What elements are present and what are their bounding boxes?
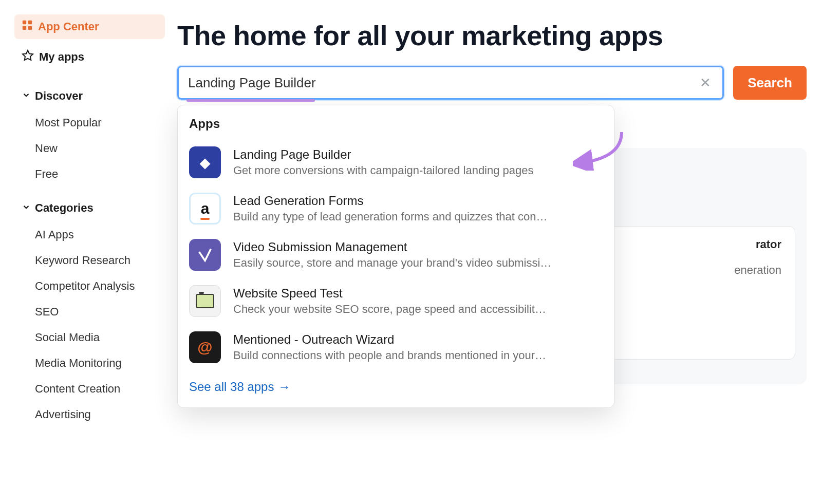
search-row: ✕ Apps Landing Page Builder Get more con… — [177, 66, 807, 100]
sidebar-item-most-popular[interactable]: Most Popular — [14, 110, 165, 136]
clear-icon[interactable]: ✕ — [698, 75, 713, 91]
sidebar-item-label: My apps — [39, 50, 84, 64]
sidebar-item-advertising[interactable]: Advertising — [14, 402, 165, 427]
search-button[interactable]: Search — [733, 66, 807, 100]
search-dropdown: Apps Landing Page Builder Get more conve… — [177, 105, 614, 408]
svg-rect-1 — [28, 21, 32, 24]
result-lead-generation-forms[interactable]: a Lead Generation Forms Build any type o… — [178, 185, 614, 232]
result-title: Landing Page Builder — [233, 147, 603, 162]
app-icon — [189, 146, 221, 178]
svg-rect-3 — [28, 26, 32, 30]
sidebar-item-seo[interactable]: SEO — [14, 299, 165, 325]
sidebar-item-competitor-analysis[interactable]: Competitor Analysis — [14, 273, 165, 299]
apps-grid-icon — [22, 20, 33, 34]
app-icon: @ — [189, 331, 221, 363]
result-mentioned-outreach-wizard[interactable]: @ Mentioned - Outreach Wizard Build conn… — [178, 324, 614, 370]
sidebar: App Center My apps Discover Most Popular… — [0, 0, 177, 504]
peek-app-card[interactable]: rator eneration — [610, 226, 795, 360]
sidebar-item-content-creation[interactable]: Content Creation — [14, 376, 165, 402]
app-icon: a — [189, 193, 221, 225]
result-website-speed-test[interactable]: Website Speed Test Check your website SE… — [178, 278, 614, 324]
sidebar-item-new[interactable]: New — [14, 136, 165, 161]
peek-title: rator — [624, 238, 781, 251]
result-title: Website Speed Test — [233, 286, 603, 301]
peek-sub: eneration — [624, 264, 781, 277]
main-content: The home for all your marketing apps rat… — [177, 0, 822, 504]
result-desc: Check your website SEO score, page speed… — [233, 303, 603, 316]
result-video-submission-management[interactable]: Video Submission Management Easily sourc… — [178, 232, 614, 278]
chevron-down-icon — [22, 201, 31, 215]
result-title: Video Submission Management — [233, 240, 603, 254]
svg-rect-2 — [23, 26, 26, 30]
sidebar-item-ai-apps[interactable]: AI Apps — [14, 222, 165, 248]
chevron-down-icon — [22, 89, 31, 103]
sidebar-item-my-apps[interactable]: My apps — [14, 44, 165, 70]
result-desc: Get more conversions with campaign-tailo… — [233, 164, 603, 177]
sidebar-item-media-monitoring[interactable]: Media Monitoring — [14, 350, 165, 376]
svg-marker-5 — [200, 159, 211, 170]
result-title: Lead Generation Forms — [233, 194, 603, 208]
sidebar-item-app-center[interactable]: App Center — [14, 14, 165, 39]
result-text: Lead Generation Forms Build any type of … — [233, 194, 603, 223]
app-icon — [189, 285, 221, 317]
result-desc: Easily source, store and manage your bra… — [233, 256, 603, 270]
see-all-label: See all 38 apps — [189, 380, 274, 394]
highlight-underline — [186, 99, 315, 102]
sidebar-item-social-media[interactable]: Social Media — [14, 325, 165, 350]
section-label: Discover — [35, 89, 83, 103]
svg-rect-0 — [23, 21, 26, 24]
arrow-right-icon: → — [278, 380, 290, 394]
result-landing-page-builder[interactable]: Landing Page Builder Get more conversion… — [178, 139, 614, 185]
result-text: Landing Page Builder Get more conversion… — [233, 147, 603, 177]
dropdown-heading: Apps — [178, 115, 614, 139]
star-icon — [22, 49, 34, 65]
sidebar-item-label: App Center — [38, 20, 99, 33]
result-text: Website Speed Test Check your website SE… — [233, 286, 603, 316]
app-icon — [189, 239, 221, 271]
result-desc: Build connections with people and brands… — [233, 349, 603, 362]
section-categories[interactable]: Categories — [14, 196, 165, 222]
result-title: Mentioned - Outreach Wizard — [233, 332, 603, 347]
section-label: Categories — [35, 201, 94, 215]
sidebar-item-free[interactable]: Free — [14, 161, 165, 187]
see-all-link[interactable]: See all 38 apps → — [178, 370, 614, 394]
svg-marker-4 — [23, 50, 33, 60]
section-discover[interactable]: Discover — [14, 84, 165, 110]
search-wrapper: ✕ Apps Landing Page Builder Get more con… — [177, 66, 724, 100]
search-input[interactable] — [188, 75, 698, 91]
result-text: Video Submission Management Easily sourc… — [233, 240, 603, 270]
result-desc: Build any type of lead generation forms … — [233, 210, 603, 223]
result-text: Mentioned - Outreach Wizard Build connec… — [233, 332, 603, 362]
sidebar-item-keyword-research[interactable]: Keyword Research — [14, 248, 165, 273]
page-title: The home for all your marketing apps — [177, 20, 807, 51]
search-box[interactable]: ✕ — [177, 66, 724, 100]
